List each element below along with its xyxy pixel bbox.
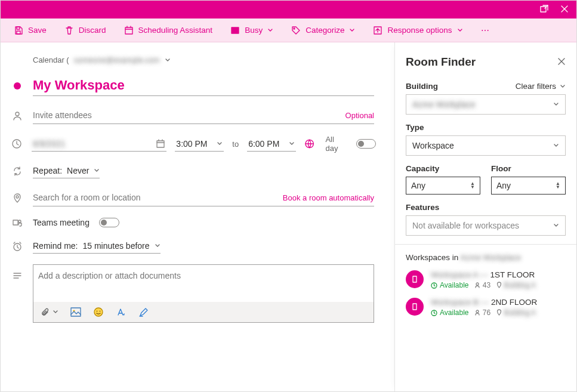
reminder-dropdown[interactable]: Remind me: 15 minutes before: [33, 239, 161, 254]
close-icon: [557, 57, 566, 66]
scheduling-assistant-button[interactable]: Scheduling Assistant: [124, 26, 213, 35]
svg-rect-21: [413, 276, 416, 282]
timezone-icon[interactable]: [304, 138, 314, 149]
image-icon: [70, 307, 81, 317]
description-row: Add a description or attach documents: [11, 264, 374, 323]
svg-rect-24: [413, 304, 416, 310]
svg-rect-16: [71, 308, 81, 316]
emoji-button[interactable]: [93, 307, 104, 317]
availability-status: Available: [431, 308, 468, 317]
alarm-icon: [12, 241, 23, 252]
teams-icon: [12, 217, 23, 228]
save-button[interactable]: Save: [14, 26, 47, 35]
workspace-badge-icon: [406, 298, 424, 316]
svg-rect-3: [125, 27, 132, 34]
svg-point-6: [294, 28, 295, 29]
chevron-down-icon: [560, 84, 566, 89]
svg-rect-10: [157, 141, 164, 147]
clear-filters-button[interactable]: Clear filters: [516, 82, 566, 91]
popout-icon[interactable]: [539, 4, 549, 16]
ink-button[interactable]: [138, 307, 149, 317]
person-icon: [12, 110, 23, 121]
more-button[interactable]: ⋯: [481, 26, 490, 35]
save-icon: [14, 26, 23, 35]
features-dropdown[interactable]: Not available for workspaces: [406, 215, 566, 236]
svg-point-20: [100, 311, 101, 312]
window-titlebar: [1, 1, 576, 18]
appointment-window: Save Discard Scheduling Assistant Busy C…: [0, 0, 577, 392]
svg-point-14: [18, 220, 21, 223]
chevron-down-icon: [457, 27, 463, 33]
teams-row: Teams meeting: [11, 217, 374, 228]
type-label: Type: [406, 123, 566, 132]
command-toolbar: Save Discard Scheduling Assistant Busy C…: [1, 18, 576, 42]
chevron-down-icon: [349, 27, 355, 33]
teams-label: Teams meeting: [33, 218, 90, 227]
start-time-dropdown[interactable]: 3:00 PM: [175, 137, 224, 152]
tag-icon: [291, 26, 301, 35]
subject-input[interactable]: My Workspace: [33, 75, 374, 96]
end-time-dropdown[interactable]: 6:00 PM: [247, 137, 296, 152]
attach-button[interactable]: [41, 307, 58, 317]
description-input[interactable]: Add a description or attach documents: [33, 265, 374, 302]
svg-point-18: [94, 308, 103, 316]
workspace-item[interactable]: Workspace B — 2ND FLOORAvailable 76 Buil…: [406, 298, 566, 317]
svg-point-8: [16, 112, 19, 116]
to-label: to: [232, 140, 239, 149]
capacity-stepper[interactable]: Any ▲▼: [406, 177, 480, 195]
workspace-name: Workspace B — 2ND FLOOR: [431, 298, 537, 307]
allday-toggle[interactable]: [356, 139, 376, 149]
workspace-location: Building A: [496, 281, 536, 289]
building-label: Building: [406, 82, 438, 91]
date-input[interactable]: 6/9/2021: [32, 137, 166, 152]
svg-rect-1: [17, 27, 20, 29]
time-row: 6/9/2021 3:00 PM to 6:00 PM All day: [11, 135, 374, 153]
close-room-finder-button[interactable]: [557, 57, 566, 67]
chevron-down-icon: [553, 223, 559, 229]
busy-dropdown[interactable]: Busy: [230, 26, 273, 35]
type-dropdown[interactable]: Workspace: [406, 135, 566, 156]
svg-point-12: [16, 196, 18, 198]
svg-point-19: [97, 311, 98, 312]
svg-rect-4: [232, 27, 239, 33]
capacity-label: Capacity: [406, 164, 480, 173]
text-format-icon: [116, 307, 126, 317]
categorize-dropdown[interactable]: Categorize: [291, 26, 355, 35]
workspace-list-label: Workspaces in Acme Workplace: [406, 253, 566, 262]
paperclip-icon: [41, 307, 50, 317]
floor-stepper[interactable]: Any ▲▼: [491, 177, 566, 195]
svg-point-23: [476, 283, 479, 285]
room-finder-title: Room Finder: [406, 55, 476, 69]
trash-icon: [64, 26, 74, 35]
calendar-picker[interactable]: Calendar ( someone@example.com: [33, 55, 374, 64]
location-row: Search for a room or location Book a roo…: [11, 189, 374, 206]
text-format-button[interactable]: [116, 307, 126, 317]
chevron-down-icon: [553, 101, 559, 107]
optional-button[interactable]: Optional: [345, 111, 374, 120]
insert-image-button[interactable]: [70, 307, 81, 317]
chevron-down-icon: [267, 27, 273, 33]
close-icon[interactable]: [560, 4, 569, 16]
location-input[interactable]: Search for a room or location: [33, 193, 141, 202]
busy-icon: [230, 26, 240, 35]
calendar-color-icon: [14, 82, 21, 89]
chevron-down-icon: [155, 243, 161, 249]
teams-toggle[interactable]: [99, 218, 119, 227]
building-dropdown[interactable]: Acme Workplace: [406, 94, 566, 115]
scheduling-icon: [124, 26, 134, 35]
room-finder-pane: Room Finder Building Clear filters Acme …: [394, 42, 576, 391]
chevron-down-icon: [553, 143, 559, 149]
attendees-row: Invite attendees Optional: [11, 107, 374, 124]
response-options-dropdown[interactable]: Response options: [373, 26, 462, 35]
attendees-input[interactable]: Invite attendees: [33, 110, 92, 120]
repeat-dropdown[interactable]: Repeat: Never: [33, 163, 100, 178]
book-room-auto-button[interactable]: Book a room automatically: [283, 193, 374, 202]
workspace-item[interactable]: Workspace A — 1ST FLOORAvailable 43 Buil…: [406, 270, 566, 289]
chevron-down-icon: [53, 309, 58, 315]
repeat-icon: [12, 166, 23, 177]
calendar-icon: [156, 139, 165, 149]
chevron-down-icon: [289, 141, 295, 147]
reminder-row: Remind me: 15 minutes before: [11, 239, 374, 254]
chevron-down-icon: [165, 57, 171, 63]
discard-button[interactable]: Discard: [64, 26, 106, 35]
